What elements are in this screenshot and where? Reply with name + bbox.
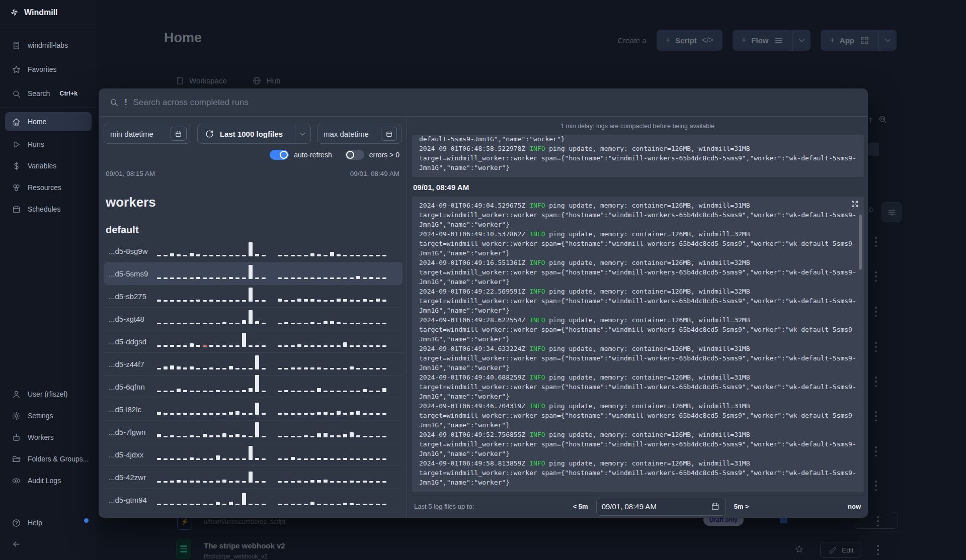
worker-row[interactable]: ...d5-8sg9w — [104, 240, 403, 262]
worker-row[interactable]: ...d5-gtm94 — [104, 489, 403, 511]
logfiles-count-dropdown[interactable]: Last 1000 logfiles — [197, 124, 311, 144]
worker-row[interactable]: ...d5-5sms9 — [104, 262, 403, 285]
sparkline-bar — [363, 389, 367, 392]
worker-activity-sparkline — [157, 378, 399, 396]
worker-row[interactable]: ...d5-42zwr — [104, 466, 403, 489]
worker-row[interactable]: ...d5-ddgsd — [104, 330, 403, 353]
expand-icon[interactable] — [851, 200, 859, 208]
sidebar-item-workspace[interactable]: windmill-labs — [0, 35, 97, 55]
sparkline-bar — [170, 435, 174, 437]
sparkline-bar — [337, 322, 341, 324]
sparkline-bar — [183, 481, 187, 483]
sparkline-bar — [291, 323, 295, 324]
sparkline-bar — [356, 458, 360, 460]
max-datetime-input[interactable]: max datetime — [317, 124, 401, 144]
sidebar-collapse-button[interactable] — [0, 533, 97, 555]
sparkline-bar — [262, 277, 266, 279]
sparkline-bar — [369, 504, 373, 505]
sparkline-bar — [337, 254, 341, 256]
sparkline-bar — [249, 242, 253, 256]
sparkline-bar — [324, 321, 328, 324]
calendar-icon[interactable] — [710, 502, 720, 511]
sparkline-bar — [376, 481, 380, 483]
sidebar-item-audit-logs[interactable]: Audit Logs — [0, 471, 97, 491]
min-datetime-input[interactable]: min datetime — [104, 124, 191, 144]
sidebar-item-workers[interactable]: Workers — [0, 427, 97, 447]
sparkline-bar — [196, 345, 200, 347]
sidebar-item-resources[interactable]: Resources — [0, 177, 97, 198]
worker-row[interactable]: ...d5-sb275 — [104, 285, 403, 308]
sparkline-bar — [216, 368, 220, 369]
sidebar-item-help[interactable]: Help — [0, 513, 97, 533]
sparkline-bar — [203, 300, 207, 302]
forward-5m-button[interactable]: 5m > — [734, 503, 749, 510]
app-logo-row[interactable]: Windmill — [0, 0, 97, 25]
worker-row[interactable]: ...d5-4jdxx — [104, 443, 403, 466]
sparkline-bar — [382, 368, 386, 369]
footer-datetime-input[interactable]: 09/01, 08:49 AM — [596, 498, 726, 516]
sidebar-item-folders-groups[interactable]: Folders & Groups... — [0, 449, 97, 469]
sidebar-item-home[interactable]: Home — [5, 112, 92, 131]
sparkline-bar — [376, 299, 380, 302]
worker-id: ...d5-sb275 — [109, 292, 157, 301]
sparkline-bar — [209, 255, 213, 256]
sparkline-bar — [183, 323, 187, 324]
worker-row[interactable]: ...d5-l82lc — [104, 398, 403, 421]
dropdown-chevron-button[interactable] — [295, 124, 310, 143]
sparkline-bar — [255, 481, 259, 483]
sidebar-item-runs[interactable]: Runs — [0, 134, 97, 154]
sparkline-bar — [350, 432, 354, 437]
sparkline-bar — [262, 391, 266, 392]
log-entry: 2024-09-01T06:49:46.704319Z INFO ping up… — [419, 401, 857, 430]
back-5m-button[interactable]: < 5m — [573, 503, 588, 510]
worker-group-heading: default — [106, 224, 407, 236]
sparkline-bar — [304, 435, 308, 437]
sparkline-bar — [249, 388, 253, 392]
sidebar-item-user[interactable]: User (rfiszel) — [0, 384, 97, 404]
sparkline-bar — [164, 300, 168, 302]
sparkline-bar — [310, 458, 314, 460]
worker-id: ...d5-7lgwn — [109, 428, 157, 436]
log-box-previous: default-5sms9-Jmn1G","name":"worker"}202… — [412, 135, 864, 177]
sparkline-bar — [317, 277, 321, 279]
sparkline-bar — [330, 413, 334, 415]
search-input[interactable] — [133, 98, 858, 108]
variables-label: Variables — [28, 162, 56, 170]
sparkline-bar — [382, 300, 386, 302]
worker-row[interactable]: ...d5-xgt48 — [104, 308, 403, 330]
worker-row[interactable]: ...d5-z44f7 — [104, 353, 403, 376]
sparkline-bar — [343, 255, 347, 256]
worker-id: ...d5-gtm94 — [109, 496, 157, 504]
sparkline-bar — [278, 345, 282, 347]
worker-id: ...d5-6qfnn — [109, 383, 157, 391]
sidebar-item-settings[interactable]: Settings — [0, 406, 97, 426]
sparkline-bar — [278, 391, 282, 392]
sparkline-bar — [164, 345, 168, 347]
sidebar-item-search[interactable]: Search Ctrl+k — [0, 83, 97, 104]
notification-dot — [84, 518, 89, 523]
log-scrollbar[interactable] — [859, 215, 862, 270]
sparkline-bar — [376, 504, 380, 505]
sparkline-bar — [376, 458, 380, 460]
sparkline-bar — [317, 367, 321, 369]
sidebar-item-schedules[interactable]: Schedules — [0, 199, 97, 219]
chevron-down-icon — [298, 129, 308, 139]
sidebar-item-favorites[interactable]: Favorites — [0, 59, 97, 79]
worker-row[interactable]: ...d5-7lgwn — [104, 421, 403, 443]
worker-row[interactable]: ...d5-6qfnn — [104, 376, 403, 398]
sparkline-bar — [284, 481, 288, 483]
sparkline-bar — [190, 391, 194, 392]
auto-refresh-toggle[interactable] — [270, 150, 289, 160]
calendar-icon[interactable] — [171, 127, 187, 141]
sparkline-bar — [291, 300, 295, 302]
sparkline-bar — [177, 277, 181, 279]
sparkline-bar — [363, 277, 367, 279]
errors-only-toggle[interactable] — [345, 150, 364, 160]
sparkline-bar — [317, 458, 321, 460]
now-button[interactable]: now — [848, 503, 861, 510]
sparkline-bar — [304, 277, 308, 279]
sparkline-bar — [330, 368, 334, 369]
sidebar-item-variables[interactable]: Variables — [0, 156, 97, 176]
sparkline-bar — [356, 345, 360, 347]
calendar-icon[interactable] — [381, 127, 397, 141]
